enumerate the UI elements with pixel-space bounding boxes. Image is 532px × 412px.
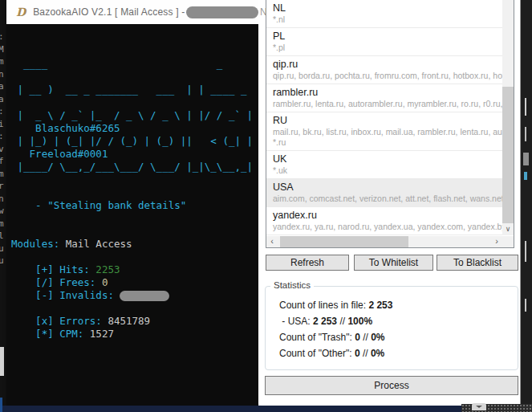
console-line [11, 212, 258, 225]
console-line: ____ _ [11, 58, 258, 71]
stats-label-text: // [337, 316, 347, 327]
console-titlebar[interactable]: D BazookaAIO V2.1 [ Mail Access ] - [6, 0, 258, 24]
window-title: BazookaAIO V2.1 [ Mail Access ] - [33, 6, 185, 18]
to-whitelist-button[interactable]: To Whitelist [354, 255, 433, 271]
domain-list: NL*.nlPL*.plqip.ruqip.ru, borda.ru, poch… [266, 0, 502, 235]
scroll-down-icon[interactable]: ∨ [502, 224, 514, 235]
console-text: 1527 [90, 328, 114, 340]
console-line [11, 71, 258, 84]
process-button[interactable]: Process [265, 376, 518, 395]
vertical-scrollbar-thumb[interactable] [502, 87, 514, 223]
stats-row: Count of "Other": 0 // 0% [279, 345, 518, 361]
list-item-uk[interactable]: UK*.uk [266, 151, 502, 179]
console-line [11, 173, 258, 186]
scroll-left-icon[interactable]: ‹ [266, 236, 278, 247]
stats-value: 0% [371, 332, 384, 343]
list-item-qip-ru[interactable]: qip.ruqip.ru, borda.ru, pochta.ru, fromr… [266, 56, 502, 84]
list-item-nl[interactable]: NL*.nl [266, 0, 502, 28]
console-line: [/] Frees: 0 [11, 276, 258, 289]
statistics-rows: Count of lines in file: 2 253 - USA: 2 2… [266, 287, 518, 361]
background-artifact [525, 98, 526, 116]
list-item-domains: *.uk [273, 165, 496, 176]
list-item-yandex-ru[interactable]: yandex.ruyandex.ru, ya.ru, narod.ru, yan… [266, 207, 502, 235]
taskbar[interactable] [0, 406, 532, 412]
background-window-right-edge [521, 0, 532, 406]
console-text: [+] Hits: [11, 263, 95, 275]
console-text: Modules: [11, 238, 59, 250]
background-artifact [524, 172, 527, 180]
console-text: Mail Access [59, 238, 132, 250]
console-line: [x] Errors: 8451789 [11, 315, 258, 328]
to-blacklist-button[interactable]: To Blacklist [437, 255, 518, 271]
app-icon: D [16, 6, 26, 18]
list-item-domains: qip.ru, borda.ru, pochta.ru, fromru.com,… [273, 71, 496, 81]
console-line: Freeload#0001 [11, 148, 258, 161]
tray-chevron-tab[interactable] [472, 403, 486, 410]
list-item-ru[interactable]: RUmail.ru, bk.ru, list.ru, inbox.ru, mai… [266, 112, 502, 151]
console-line: | |_) | (_| |/ / (_) | (_) || < (_| | [11, 135, 258, 148]
background-artifact [523, 153, 529, 165]
stats-value: 0 [355, 332, 360, 343]
list-item-domains: aim.com, comcast.net, verizon.net, att.n… [273, 194, 496, 204]
stats-value: 0 [355, 348, 360, 359]
console-line: Blaschuko#6265 [11, 122, 258, 135]
list-item-domains: mail.ru, bk.ru, list.ru, inbox.ru, mail.… [273, 127, 496, 137]
statistics-label: Statistics [270, 280, 314, 290]
console-line: Modules: Mail Access [11, 238, 258, 251]
list-item-domains: *.nl [273, 14, 496, 25]
list-item-rambler-ru[interactable]: rambler.rurambler.ru, lenta.ru, autoramb… [266, 84, 502, 112]
list-item-name: yandex.ru [273, 210, 496, 222]
domain-listbox[interactable]: NL*.nlPL*.plqip.ruqip.ru, borda.ru, poch… [266, 0, 514, 248]
console-line [11, 225, 258, 238]
console-text: [/] Frees: [11, 276, 102, 288]
vertical-scrollbar[interactable]: ∨ [502, 0, 514, 235]
list-item-name: PL [273, 31, 496, 43]
stats-value: 100% [347, 316, 372, 327]
console-line [11, 186, 258, 199]
console-text: - "Stealing bank details" [11, 199, 186, 211]
list-item-name: qip.ru [273, 59, 496, 71]
list-item-usa[interactable]: USAaim.com, comcast.net, verizon.net, at… [266, 179, 502, 207]
console-text: Freeload#0001 [11, 148, 108, 160]
console-text: [x] Errors: [11, 315, 108, 327]
stats-row: Count of lines in file: 2 253 [279, 297, 518, 313]
list-item-name: UK [273, 153, 496, 165]
list-item-domains: *.pl [273, 43, 496, 53]
console-line: [-] Invalids: [11, 289, 258, 302]
console-text: [-] Invalids: [11, 289, 120, 301]
list-item-name: RU [273, 115, 496, 127]
horizontal-scrollbar-thumb[interactable] [280, 236, 408, 247]
main-panel: N NL*.nlPL*.plqip.ruqip.ru, borda.ru, po… [258, 0, 521, 404]
console-text: 8451789 [108, 315, 150, 327]
statistics-groupbox: Statistics Count of lines in file: 2 253… [265, 286, 518, 370]
list-item-domains: *.ru [273, 137, 496, 148]
console-line: |____/ \__,_/___\___/ \___/ |_|\_\__,_| [11, 161, 258, 173]
console-text: | __ ) __ _ _______ ___ | | ____ _ [11, 84, 247, 96]
stats-label-text: // [360, 348, 371, 359]
refresh-button[interactable]: Refresh [266, 255, 349, 271]
background-artifact [525, 127, 526, 141]
console-window: D BazookaAIO V2.1 [ Mail Access ] - ____… [6, 0, 258, 406]
scrollbar-corner [502, 236, 514, 247]
stats-value: 2 253 [313, 316, 337, 327]
stats-row: - USA: 2 253 // 100% [279, 313, 518, 329]
console-text: |____/ \__,_/___\___/ \___/ |_|\_\__,_| [11, 161, 253, 173]
console-line: [*] CPM: 1527 [11, 328, 258, 341]
redacted-value [120, 291, 169, 301]
console-line: [+] Hits: 2253 [11, 263, 258, 276]
console-text: | |_) | (_| |/ / (_) | (_) || < (_| | [11, 135, 253, 147]
background-artifact [525, 299, 526, 312]
console-line: | __ ) __ _ _______ ___ | | ____ _ [11, 84, 258, 96]
list-item-pl[interactable]: PL*.pl [266, 28, 502, 56]
tray-chevron-icon [476, 406, 482, 408]
stats-value: 0% [371, 348, 384, 359]
redacted-title-text [186, 6, 258, 18]
horizontal-scrollbar[interactable]: ‹ › [266, 236, 502, 247]
console-text: [*] CPM: [11, 328, 90, 340]
background-artifact [525, 241, 526, 262]
stats-label-text: // [360, 332, 371, 343]
list-item-domains: rambler.ru, lenta.ru, autorambler.ru, my… [273, 99, 496, 109]
console-line [11, 251, 258, 263]
scroll-right-icon[interactable]: › [491, 236, 502, 247]
list-item-domains: yandex.ru, ya.ru, narod.ru, yandex.ua, y… [273, 222, 496, 232]
